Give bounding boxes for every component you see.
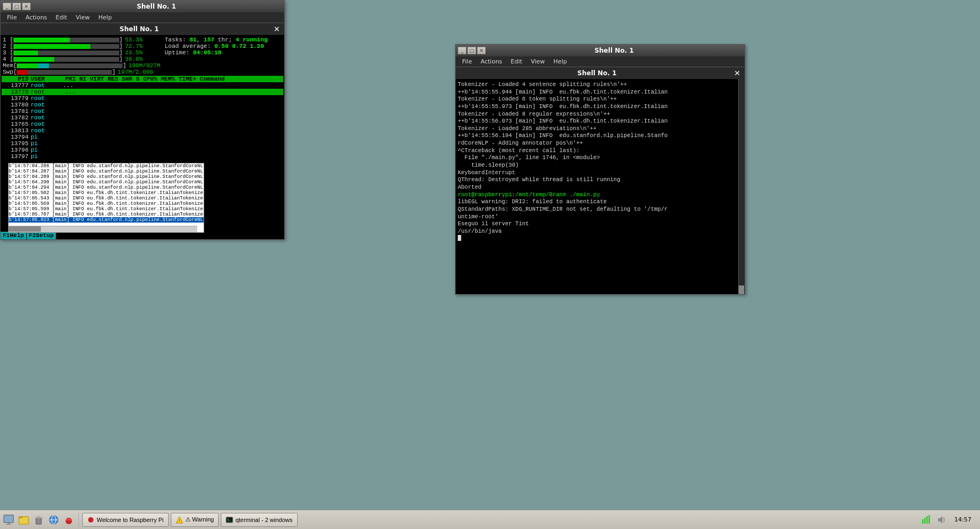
htop-row-13780: 13780root: [2, 102, 283, 108]
tint-log-line-4: b'14:57:04.294 [main] INFO edu.stanford.…: [9, 185, 204, 190]
taskbar-raspberry-icon[interactable]: [62, 513, 75, 526]
svg-rect-23: [19, 517, 23, 518]
htop-row-13797: 13797pi: [2, 153, 283, 160]
taskbar-qterminal-btn[interactable]: $_ qterminal - 2 windows: [221, 513, 297, 527]
htop-menu-view[interactable]: View: [71, 13, 94, 22]
terminal-line-13: QThread: Destroyed while thread is still…: [458, 176, 737, 184]
htop-titlebar: _ □ ✕ Shell No. 1: [1, 1, 284, 12]
taskbar-time: 14:57: [950, 516, 976, 523]
terminal-line-1: ++b'14:55:55.944 [main] INFO eu.fbk.dh.t…: [458, 89, 737, 96]
htop-row-13794: 13794pi: [2, 134, 283, 140]
terminal-right-maximize-btn[interactable]: □: [467, 47, 476, 54]
htop-row-13795: 13795pi: [2, 140, 283, 147]
cpu-bar-2: 2 []72.7%: [3, 43, 160, 49]
htop-menu-edit[interactable]: Edit: [52, 13, 71, 22]
taskbar-file-manager-icon[interactable]: [17, 513, 30, 526]
tint-log-line-10: b'14:57:05.823 [main] INFO edu.stanford.…: [9, 217, 204, 223]
htop-menu-help[interactable]: Help: [94, 13, 116, 22]
terminal-line-2: Tokenizer - Loaded 6 token splitting rul…: [458, 96, 737, 103]
taskbar-desktop-icon[interactable]: [2, 513, 15, 526]
htop-process-list: 13777root... 13778root... 13779root 1378…: [2, 82, 283, 160]
taskbar-warning-btn[interactable]: ! ⚠ Warning: [171, 513, 219, 527]
terminal-right-menubar: File Actions Edit View Help: [456, 56, 745, 67]
terminal-right-scrollbar[interactable]: [738, 79, 745, 294]
htop-row-13777: 13777root...: [2, 82, 283, 89]
htop-mem-bar: Mem[]198M/927M: [3, 62, 160, 69]
terminal-line-10: File "./main.py", line 1746, in <module>: [458, 154, 737, 162]
htop-row-13778: 13778root...: [2, 89, 283, 95]
terminal-right-menu-edit[interactable]: Edit: [507, 58, 527, 66]
taskbar-qterminal-label: qterminal - 2 windows: [235, 517, 292, 523]
taskbar-network-icon[interactable]: [920, 513, 933, 526]
svg-rect-24: [36, 518, 41, 524]
tint-log-line-9: b'14:57:05.707 [main] INFO eu.fbk.dh.tin…: [9, 212, 204, 217]
htop-close-btn[interactable]: ✕: [22, 3, 31, 10]
htop-menu-file[interactable]: File: [3, 13, 21, 22]
terminal-line-6: Tokenizer - Loaded 285 abbreviations\n'+…: [458, 125, 737, 133]
terminal-right-title: Shell No. 1: [486, 47, 743, 54]
svg-rect-25: [35, 517, 42, 518]
htop-row-13782: 13782root: [2, 115, 283, 121]
tint-log-line-8: b'14:57:05.599 [main] INFO eu.fbk.dh.tin…: [9, 206, 204, 212]
cpu-bar-3: 3 []23.5%: [3, 49, 160, 56]
terminal-right-content[interactable]: Tokenizer - Loaded 4 sentence splitting …: [456, 79, 745, 294]
svg-rect-39: [922, 519, 924, 524]
taskbar-volume-icon[interactable]: [935, 513, 948, 526]
htop-inner-close[interactable]: ✕: [273, 25, 280, 33]
terminal-right-inner-close[interactable]: ✕: [734, 69, 740, 77]
taskbar-welcome-btn[interactable]: Welcome to Raspberry Pi: [82, 513, 169, 527]
tint-log-line-3: b'14:57:04.290 [main] INFO edu.stanford.…: [9, 180, 204, 185]
terminal-right-menu-actions[interactable]: Actions: [476, 58, 506, 66]
tint-log-area[interactable]: b'14:57:04.286 [main] INFO edu.stanford.…: [8, 163, 204, 233]
taskbar-browser-icon[interactable]: [47, 513, 60, 526]
svg-rect-21: [6, 524, 11, 525]
htop-menu-actions[interactable]: Actions: [21, 13, 51, 22]
tint-log-hscroll[interactable]: [9, 226, 197, 232]
htop-swp-val: 197M/2.00G: [118, 69, 153, 75]
svg-rect-42: [928, 515, 930, 524]
terminal-right-titlebar: _ □ ✕ Shell No. 1: [456, 45, 745, 56]
terminal-right-inner-title: Shell No. 1: [460, 69, 734, 77]
htop-maximize-btn[interactable]: □: [12, 3, 21, 10]
svg-text:$_: $_: [227, 518, 231, 521]
htop-row-13765: 13765root: [2, 121, 283, 127]
tint-log-line-6: b'14:57:05.543 [main] INFO eu.fbk.dh.tin…: [9, 196, 204, 201]
terminal-line-11: time.sleep(30): [458, 162, 737, 169]
htop-menubar: File Actions Edit View Help: [1, 12, 284, 23]
htop-minimize-btn[interactable]: _: [3, 3, 11, 10]
terminal-right-menu-help[interactable]: Help: [549, 58, 571, 66]
terminal-line-15: root@raspberrypi:/mnt/temp/Bran# ./main.…: [458, 191, 737, 199]
svg-rect-41: [926, 516, 928, 524]
tint-log-wrapper: b'14:57:04.286 [main] INFO edu.stanford.…: [8, 163, 204, 233]
svg-rect-20: [8, 523, 10, 524]
taskbar-welcome-label: Welcome to Raspberry Pi: [97, 517, 164, 523]
taskbar-trash-icon[interactable]: [32, 513, 45, 526]
htop-win-controls[interactable]: _ □ ✕: [3, 3, 31, 10]
svg-rect-19: [4, 515, 13, 523]
terminal-line-14: Aborted: [458, 184, 737, 191]
htop-row-13779: 13779root: [2, 95, 283, 102]
svg-rect-26: [37, 516, 40, 517]
tint-log-line-0: b'14:57:04.286 [main] INFO edu.stanford.…: [9, 163, 204, 169]
taskbar-systray: 14:57: [918, 513, 978, 526]
svg-point-33: [69, 519, 71, 521]
terminal-right-menu-file[interactable]: File: [458, 58, 476, 66]
htop-table-header: PID USER PRI NI VIRT RES SHR S CPU% MEM%…: [2, 76, 283, 82]
svg-point-34: [88, 517, 93, 523]
terminal-line-8: rdCoreNLP - Adding annotator pos\n'++: [458, 140, 737, 147]
terminal-line-18: untime-root': [458, 213, 737, 221]
taskbar-sep-1: [78, 513, 79, 527]
terminal-right-menu-view[interactable]: View: [527, 58, 549, 66]
tint-log-hscroll-thumb: [9, 226, 41, 232]
htop-row-13813: 13813root: [2, 127, 283, 134]
terminal-line-20: /usr/bin/java: [458, 228, 737, 235]
tint-log-line-2: b'14:57:04.289 [main] INFO edu.stanford.…: [9, 174, 204, 180]
htop-uptime-line: Uptime: 04:05:18: [164, 49, 282, 56]
htop-window-title: Shell No. 1: [31, 3, 282, 10]
terminal-right-minimize-btn[interactable]: _: [458, 47, 466, 54]
tint-log-line-1: b'14:57:04.287 [main] INFO edu.stanford.…: [9, 169, 204, 174]
terminal-right-win-controls[interactable]: _ □ ✕: [458, 47, 486, 54]
terminal-line-12: KeyboardInterrupt: [458, 169, 737, 177]
htop-row-13796: 13796pi: [2, 147, 283, 153]
terminal-right-close-btn[interactable]: ✕: [477, 47, 486, 54]
